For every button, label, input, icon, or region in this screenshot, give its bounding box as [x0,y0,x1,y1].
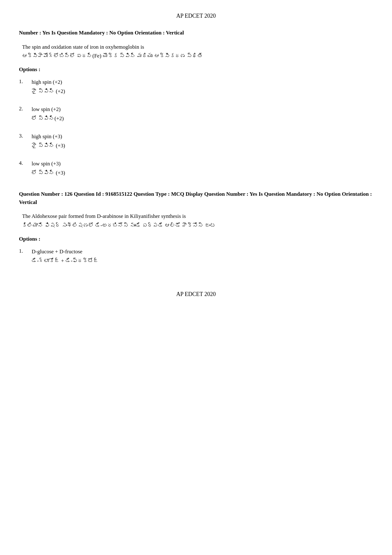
page-header: AP EDCET 2020 [19,13,373,19]
option-126-1-text-en: D-glucose + D-fructose [32,247,373,256]
option-125-3-text-en: high spin (+3) [32,132,373,141]
option-126-1-number: 1. [19,247,32,254]
question-126-options-list: 1. D-glucose + D-fructose డి-గ్లూకోజ్ + … [19,247,373,266]
option-125-2-text-en: low spin (+2) [32,105,373,114]
option-125-3: 3. high spin (+3) హై స్పిన్ (+3) [19,132,373,151]
option-125-3-content: high spin (+3) హై స్పిన్ (+3) [32,132,373,151]
question-125-options-list: 1. high spin (+2) హై స్పిన్ (+2) 2. low … [19,78,373,177]
option-125-4-number: 4. [19,159,32,166]
question-126-meta: Question Number : 126 Question Id : 9168… [19,190,373,206]
option-125-4: 4. low spin (+3) లో స్పిన్ (+3) [19,159,373,178]
option-125-4-text-en: low spin (+3) [32,159,373,169]
option-125-1-content: high spin (+2) హై స్పిన్ (+2) [32,78,373,96]
page-footer: AP EDCET 2020 [19,285,373,298]
option-126-1-text-te: డి-గ్లూకోజ్ + డి-ఫ్రక్టోజ్ [32,256,373,266]
question-126-text-te: కిలియాని ఫిషర్ సంశ్లేషణలో డి-అరబినోస్ ను… [22,221,373,230]
option-125-1-text-te: హై స్పిన్ (+2) [32,87,373,96]
option-125-4-text-te: లో స్పిన్ (+3) [32,169,373,178]
option-125-1: 1. high spin (+2) హై స్పిన్ (+2) [19,78,373,96]
question-126-options-label: Options : [19,236,373,242]
question-125-meta: Number : Yes Is Question Mandatory : No … [19,29,373,37]
option-125-3-number: 3. [19,132,32,139]
option-125-4-content: low spin (+3) లో స్పిన్ (+3) [32,159,373,178]
option-125-2: 2. low spin (+2) లో స్పిన్(+2) [19,105,373,123]
question-125-options-label: Options : [19,66,373,73]
option-125-2-text-te: లో స్పిన్(+2) [32,114,373,123]
option-125-2-number: 2. [19,105,32,112]
option-126-1: 1. D-glucose + D-fructose డి-గ్లూకోజ్ + … [19,247,373,266]
option-125-3-text-te: హై స్పిన్ (+3) [32,141,373,151]
question-125-text: The spin and oxidation state of iron in … [19,43,373,61]
option-126-1-content: D-glucose + D-fructose డి-గ్లూకోజ్ + డి-… [32,247,373,266]
option-125-2-content: low spin (+2) లో స్పిన్(+2) [32,105,373,123]
option-125-1-text-en: high spin (+2) [32,78,373,87]
question-125-text-te: ఆక్సీహెమోగ్లోబిన్లో ఐరన్(Fe) యొక్క స్పిన… [22,52,373,61]
option-125-1-number: 1. [19,78,32,85]
question-126-text-en: The Aldohexose pair formed from D-arabin… [22,212,373,221]
question-125-text-en: The spin and oxidation state of iron in … [22,43,373,52]
question-126-text: The Aldohexose pair formed from D-arabin… [19,212,373,230]
